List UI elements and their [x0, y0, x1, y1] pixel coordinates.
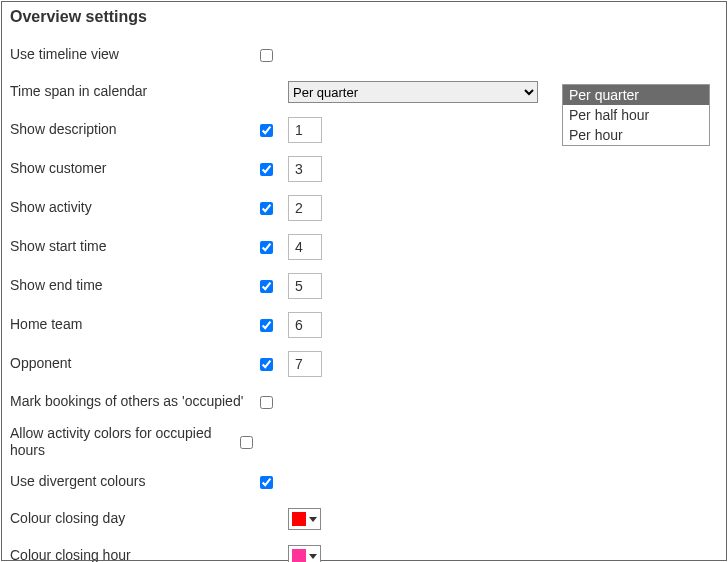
row-show-start: Show start time — [10, 231, 718, 263]
label-use-divergent: Use divergent colours — [10, 473, 260, 491]
input-show-activity-order[interactable] — [288, 195, 322, 221]
row-opponent: Opponent — [10, 348, 718, 380]
chevron-down-icon — [309, 554, 317, 559]
timespan-option[interactable]: Per half hour — [563, 105, 709, 125]
label-closing-day: Colour closing day — [10, 510, 260, 528]
label-use-timeline: Use timeline view — [10, 46, 260, 64]
label-show-start: Show start time — [10, 238, 260, 256]
checkbox-opponent[interactable] — [260, 358, 273, 371]
checkbox-show-activity[interactable] — [260, 202, 273, 215]
input-show-customer-order[interactable] — [288, 156, 322, 182]
checkbox-home-team[interactable] — [260, 319, 273, 332]
checkbox-allow-colors[interactable] — [240, 436, 253, 449]
row-show-customer: Show customer — [10, 153, 718, 185]
row-closing-day: Colour closing day — [10, 504, 718, 534]
row-show-activity: Show activity — [10, 192, 718, 224]
row-show-end: Show end time — [10, 270, 718, 302]
input-show-description-order[interactable] — [288, 117, 322, 143]
timespan-option[interactable]: Per quarter — [563, 85, 709, 105]
select-time-span[interactable]: Per quarterPer half hourPer hour — [288, 81, 538, 103]
timespan-listbox[interactable]: Per quarter Per half hour Per hour — [562, 84, 710, 146]
label-show-customer: Show customer — [10, 160, 260, 178]
label-opponent: Opponent — [10, 355, 260, 373]
input-show-end-order[interactable] — [288, 273, 322, 299]
overview-settings-panel: Overview settings Use timeline view Time… — [1, 1, 727, 561]
checkbox-use-divergent[interactable] — [260, 476, 273, 489]
input-opponent-order[interactable] — [288, 351, 322, 377]
label-mark-occupied: Mark bookings of others as 'occupied' — [10, 393, 260, 411]
checkbox-show-start[interactable] — [260, 241, 273, 254]
chevron-down-icon — [309, 517, 317, 522]
input-show-start-order[interactable] — [288, 234, 322, 260]
panel-title: Overview settings — [10, 8, 718, 26]
label-closing-hour: Colour closing hour — [10, 547, 260, 562]
checkbox-show-customer[interactable] — [260, 163, 273, 176]
row-mark-occupied: Mark bookings of others as 'occupied' — [10, 387, 718, 417]
row-closing-hour: Colour closing hour — [10, 541, 718, 562]
label-allow-colors: Allow activity colors for occupied hours — [10, 425, 240, 460]
row-use-divergent: Use divergent colours — [10, 467, 718, 497]
checkbox-use-timeline[interactable] — [260, 49, 273, 62]
input-home-team-order[interactable] — [288, 312, 322, 338]
row-use-timeline: Use timeline view — [10, 40, 718, 70]
timespan-option[interactable]: Per hour — [563, 125, 709, 145]
row-home-team: Home team — [10, 309, 718, 341]
checkbox-mark-occupied[interactable] — [260, 396, 273, 409]
checkbox-show-end[interactable] — [260, 280, 273, 293]
color-picker-closing-hour[interactable] — [288, 545, 321, 562]
swatch-closing-hour — [292, 549, 306, 562]
color-picker-closing-day[interactable] — [288, 508, 321, 530]
row-allow-colors: Allow activity colors for occupied hours — [10, 424, 718, 460]
swatch-closing-day — [292, 512, 306, 526]
label-show-end: Show end time — [10, 277, 260, 295]
label-home-team: Home team — [10, 316, 260, 334]
label-time-span: Time span in calendar — [10, 83, 260, 101]
label-show-description: Show description — [10, 121, 260, 139]
label-show-activity: Show activity — [10, 199, 260, 217]
checkbox-show-description[interactable] — [260, 124, 273, 137]
